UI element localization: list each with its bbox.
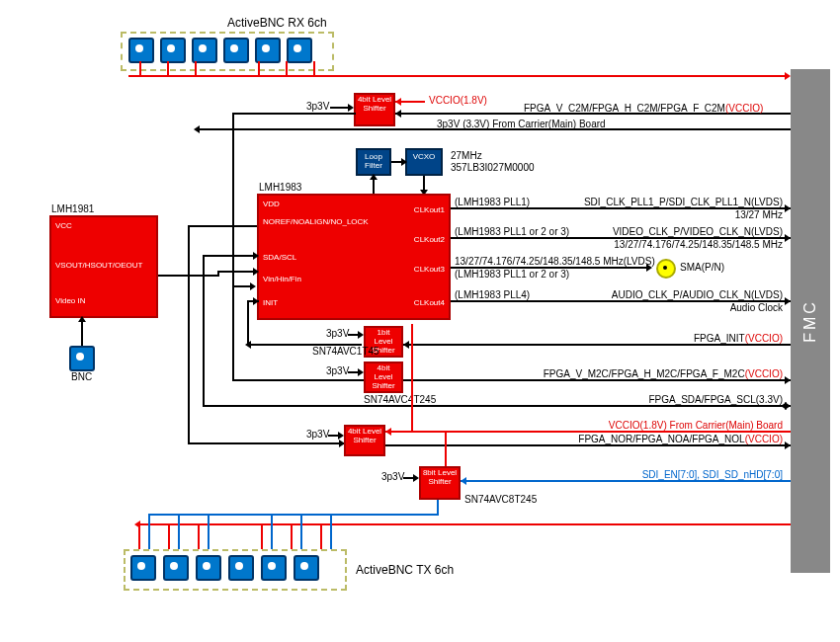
volt-label: 3p3V — [381, 471, 404, 482]
vcxo-block: VCXO — [405, 148, 443, 176]
pin-label: SDA/SCL — [263, 253, 296, 262]
shifter-label: 4bit Level Shifter — [358, 95, 391, 113]
arrow-icon — [785, 376, 791, 384]
wire — [178, 514, 180, 549]
arrow-icon — [78, 316, 86, 322]
wire — [261, 523, 263, 549]
vcxo-part: 357LB3I027M0000 — [451, 162, 535, 173]
wire — [403, 379, 791, 381]
wire — [232, 379, 364, 381]
signal-label: FPGA_NOR/FPGA_NOA/FPGA_NOL(VCCIO) — [578, 434, 783, 444]
signal-label: Audio Clock — [730, 302, 783, 313]
signal-label: VIDEO_CLK_P/VIDEO_CLK_N(LVDS) — [613, 226, 783, 237]
wire — [232, 285, 234, 379]
pin-label: CLKout2 — [414, 235, 445, 244]
signal-label: 13/27/74.176/74.25/148.35/148.5 MHz — [614, 239, 783, 250]
part-label: SN74AVC4T245 — [364, 394, 436, 405]
signal-label: FPGA_SDA/FPGA_SCL(3.3V) — [648, 394, 783, 405]
lmh1983-block: VDD NOREF/NOALIGN/NO_LOCK SDA/SCL Vin/Hi… — [257, 194, 451, 320]
title-rx: ActiveBNC RX 6ch — [227, 16, 327, 30]
bnc-connector — [196, 555, 221, 581]
wire — [188, 225, 257, 227]
wire — [148, 514, 439, 516]
shifter-8bit: 8bit Level Shifter — [419, 466, 461, 500]
label: 4bit Level Shifter — [348, 427, 381, 444]
arrow-icon — [253, 297, 259, 305]
shifter-4bit: 4bit Level Shifter — [354, 93, 395, 126]
wire — [148, 514, 150, 549]
wire — [247, 300, 249, 344]
wire — [203, 405, 791, 407]
bnc-connector — [128, 38, 154, 63]
bnc-rx-row — [128, 38, 312, 63]
wire — [138, 523, 140, 549]
pin-label: Vin/Hin/Fin — [263, 275, 301, 283]
wire — [330, 514, 332, 549]
arrow-icon — [785, 297, 791, 305]
wire — [203, 255, 257, 257]
wire — [232, 113, 234, 285]
lmh1981-name: LMH1981 — [51, 203, 94, 214]
signal-label: (LMH1983 PLL1) — [455, 197, 530, 207]
bnc-tx-row — [130, 555, 319, 581]
loop-filter-block: Loop Filter — [356, 148, 391, 176]
wire — [128, 75, 787, 77]
signal-label: (LMH1983 PLL4) — [455, 289, 530, 300]
sma-connector — [656, 259, 676, 279]
signal-label: VCCIO(1.8V) From Carrier(Main) Board — [609, 420, 783, 431]
bnc-connector — [228, 555, 254, 581]
bnc-connector — [294, 555, 319, 581]
bnc-connector — [223, 38, 249, 63]
volt-label: 3p3V — [326, 365, 349, 376]
wire — [167, 61, 169, 75]
title-tx: ActiveBNC TX 6ch — [356, 563, 454, 577]
vccio-label: VCCIO(1.8V) — [429, 95, 487, 106]
part-label: SN74AVC8T245 — [464, 494, 537, 505]
label: Loop Filter — [365, 152, 382, 170]
arrow-icon — [785, 234, 791, 242]
volt-label: 3p3V — [326, 328, 349, 339]
pin-label: CLKout4 — [414, 298, 445, 307]
pin-label: Video IN — [55, 296, 86, 305]
fmc-label: FMC — [801, 299, 819, 343]
arrow-icon — [785, 204, 791, 212]
wire — [168, 523, 170, 549]
arrow-icon — [245, 341, 251, 349]
bnc-connector — [255, 38, 281, 63]
volt-label: 3p3V — [306, 101, 329, 112]
bnc-connector — [130, 555, 156, 581]
wire — [188, 225, 190, 442]
wire — [138, 523, 791, 525]
wire — [437, 500, 439, 514]
bnc-connector — [261, 555, 287, 581]
arrow-icon — [385, 428, 391, 436]
label: VCXO — [413, 152, 436, 161]
wire — [330, 107, 350, 109]
wire — [291, 523, 293, 549]
wire — [139, 61, 141, 75]
wire — [411, 324, 413, 431]
signal-label: AUDIO_CLK_P/AUDIO_CLK_N(LVDS) — [612, 289, 783, 300]
wire — [461, 480, 791, 482]
arrow-icon — [253, 268, 259, 276]
signal-label: (LMH1983 PLL1 or 2 or 3) — [455, 226, 569, 237]
signal-label: (LMH1983 PLL1 or 2 or 3) — [455, 269, 569, 280]
wire — [195, 61, 197, 75]
vcxo-freq: 27MHz — [451, 150, 482, 161]
fmc-block: FMC — [791, 69, 830, 573]
pin-label: VCC — [55, 221, 72, 230]
part-label: SN74AVC1T45 — [312, 346, 379, 357]
arrow-icon — [395, 98, 401, 106]
label: 4bit Level Shifter — [372, 363, 394, 390]
arrow-icon — [395, 110, 401, 118]
signal-label: FPGA_V_M2C/FPGA_H_M2C/FPGA_F_M2C(VCCIO) — [544, 368, 783, 379]
label: 8bit Level Shifter — [423, 468, 457, 486]
wire — [208, 514, 210, 549]
pin-label: VDD — [263, 200, 280, 208]
signal-label: SDI_EN[7:0], SDI_SD_nHD[7:0] — [642, 469, 783, 480]
wire — [403, 344, 791, 346]
signal-label: FPGA_INIT(VCCIO) — [694, 333, 783, 344]
wire — [271, 514, 273, 549]
arrow-icon — [461, 477, 466, 485]
signal-label: FPGA_V_C2M/FPGA_H_C2M/FPGA_F_C2M(VCCIO) — [524, 103, 763, 114]
